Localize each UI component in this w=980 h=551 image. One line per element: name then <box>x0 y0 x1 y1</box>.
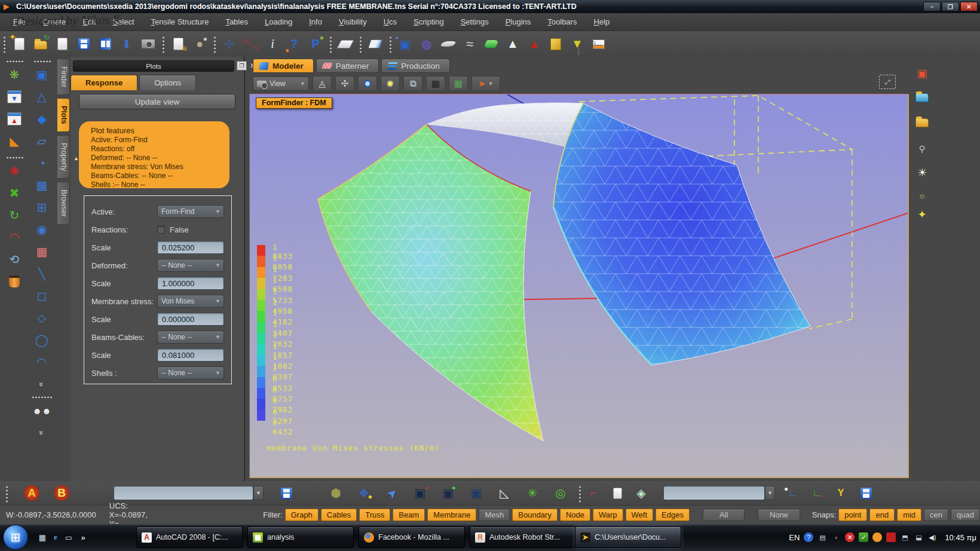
layer-combobox[interactable]: ▼ <box>114 486 253 500</box>
toolbar-grip[interactable] <box>329 35 332 53</box>
red-axis-icon[interactable]: ⌐ <box>583 483 604 503</box>
menu-settings[interactable]: Settings <box>454 15 496 29</box>
red-pins-icon[interactable]: ✺ <box>5 161 24 180</box>
lamp-icon[interactable]: ✦ <box>914 206 930 223</box>
float-panel-icon[interactable]: ❐ <box>237 61 247 71</box>
scale-membrane-input[interactable]: 0.000000 <box>157 313 224 326</box>
zoom-all-icon[interactable]: ✣ <box>335 76 354 91</box>
spheres-icon[interactable]: ●● <box>189 33 210 55</box>
info-icon[interactable]: i <box>262 33 283 55</box>
menu-info[interactable]: Info <box>302 15 329 29</box>
cone-tool-icon[interactable]: △ <box>32 87 51 106</box>
snap-mid[interactable]: mid <box>897 509 921 521</box>
filter-weft[interactable]: Weft <box>626 509 654 521</box>
toolbar-grip[interactable] <box>161 35 165 53</box>
cone-membrane-icon[interactable]: ◣ <box>5 131 24 151</box>
menu-help[interactable]: Help <box>586 15 617 29</box>
snap-cen[interactable]: cen <box>924 509 948 521</box>
shield-tray-icon[interactable]: ✓ <box>859 532 868 542</box>
grid-nodes-icon[interactable]: ⊞ <box>32 198 51 217</box>
grid-colored-icon[interactable]: ▦ <box>449 76 468 91</box>
scale-reactions-input[interactable]: 0.025200 <box>157 241 224 254</box>
menu-create[interactable]: Create <box>35 15 73 29</box>
grid-icon[interactable]: ▦ <box>426 76 445 91</box>
scale-beams-input[interactable]: 0.081000 <box>157 348 224 362</box>
red-arc-icon[interactable]: ◠ <box>5 228 24 247</box>
mesh-plane-red-icon[interactable]: ▦ <box>32 242 51 261</box>
filter-boundary[interactable]: Boundary <box>512 509 558 521</box>
filter-edges[interactable]: Edges <box>656 509 690 521</box>
toolbar-grip[interactable] <box>359 35 362 53</box>
toolbar-grip[interactable] <box>2 35 6 53</box>
stamp-nodes-icon[interactable]: ▣● <box>438 483 458 503</box>
paint-splash-icon[interactable]: ❋ <box>5 65 24 84</box>
beams-cables-dropdown[interactable]: -- None --▼ <box>157 330 224 344</box>
stamp-solid-icon[interactable]: ▣ <box>466 483 486 503</box>
filter-beam[interactable]: Beam <box>393 509 425 521</box>
prism-icon[interactable]: ◈ <box>631 483 651 503</box>
help-icon[interactable]: ?● <box>283 33 305 55</box>
pentagon-tool-icon[interactable]: ⬦ <box>32 308 51 327</box>
green-rotate-icon[interactable]: ↻ <box>5 206 24 225</box>
filter-truss[interactable]: Truss <box>359 509 390 521</box>
zoom-in-icon[interactable] <box>358 76 377 91</box>
page-icon[interactable] <box>607 483 627 503</box>
plug-icon[interactable]: ☼ <box>914 187 930 204</box>
panel-yellow-icon[interactable] <box>545 33 566 55</box>
side-tab-finder[interactable]: Finder <box>57 59 70 95</box>
language-indicator[interactable]: EN <box>789 533 800 542</box>
quicklaunch-show-desktop-icon[interactable]: ▭ <box>63 532 74 543</box>
circle-tool-icon[interactable]: ◯ <box>32 330 51 350</box>
mesh-sphere-icon[interactable]: ◍ <box>416 33 437 55</box>
shapes-group-icon[interactable]: ◉ <box>32 220 51 239</box>
task-autocad[interactable]: A AutoCAD 2008 - [C:... <box>136 526 243 548</box>
mesh-box-icon[interactable]: ▦ <box>32 176 51 195</box>
radial-star-icon[interactable]: ✳ <box>522 483 543 503</box>
book-icon[interactable] <box>335 33 356 55</box>
tab-modeler[interactable]: Modeler <box>253 59 314 73</box>
app-window-icon[interactable]: ▣ <box>914 65 930 82</box>
filter-none-button[interactable]: None <box>758 509 800 521</box>
label-b-icon[interactable]: B <box>51 483 72 503</box>
filter-mesh[interactable]: Mesh <box>479 509 510 521</box>
side-tab-browser[interactable]: Browser <box>57 182 70 225</box>
menu-scripting[interactable]: Scripting <box>406 15 451 29</box>
notebook-icon[interactable] <box>365 33 386 55</box>
task-robot[interactable]: R Autodesk Robot Str... <box>470 526 576 548</box>
error-tray-icon[interactable]: ✕ <box>845 532 855 542</box>
quicklaunch-expand-chevron[interactable]: » <box>78 532 88 543</box>
close-button[interactable]: ✕ <box>960 2 978 11</box>
start-button[interactable]: ⊞ <box>3 525 28 550</box>
folder-orange-icon[interactable] <box>914 113 930 130</box>
label-a-icon[interactable]: A <box>22 483 42 503</box>
line-tool-icon[interactable]: ╲ <box>32 264 51 283</box>
arrow-style-dropdown[interactable]: ➤▼ <box>471 76 500 91</box>
menu-tensile-structure[interactable]: Tensile Structure <box>144 15 216 29</box>
menu-visibility[interactable]: Visibility <box>332 15 374 29</box>
filter-all-button[interactable]: All <box>703 509 745 521</box>
toolbar-grip[interactable] <box>213 35 216 53</box>
save-file-icon[interactable] <box>73 33 94 55</box>
scale-deformed-input[interactable]: 1.000000 <box>157 277 224 290</box>
menu-select[interactable]: Select <box>105 15 141 29</box>
update-tray-icon[interactable] <box>872 532 882 542</box>
collapse-chevron-icon[interactable]: ‹ <box>831 532 841 542</box>
clock[interactable]: 10:45 πμ <box>945 533 976 542</box>
viewport-canvas[interactable]: FormFinder : FDM 1 88331 80581 72831 650… <box>249 94 909 478</box>
help-tray-icon[interactable]: ? <box>804 532 813 542</box>
xyz-axis-icon[interactable]: ∟→ <box>807 483 827 503</box>
square-nodes-icon[interactable]: ◻ <box>32 286 51 305</box>
save-layers-icon[interactable] <box>276 483 296 503</box>
shapes-olive-icon[interactable]: ⬢ <box>326 483 346 503</box>
menu-tables[interactable]: Tables <box>218 15 255 29</box>
membrane-flat-icon[interactable] <box>437 33 459 55</box>
membrane-green-icon[interactable] <box>480 33 502 55</box>
active-dropdown[interactable]: Form-Find▼ <box>157 205 224 218</box>
import-file-icon[interactable]: ← <box>51 33 73 55</box>
toolbar-grip[interactable] <box>388 35 392 53</box>
chart-icon[interactable] <box>588 33 610 55</box>
zoom-window-icon[interactable]: ⧉ <box>403 76 422 91</box>
pen-arrow-icon[interactable]: ➤ <box>378 479 406 507</box>
curve-tool-icon[interactable]: ◔ <box>32 154 51 173</box>
plugin-help-icon[interactable]: P● <box>305 33 326 55</box>
